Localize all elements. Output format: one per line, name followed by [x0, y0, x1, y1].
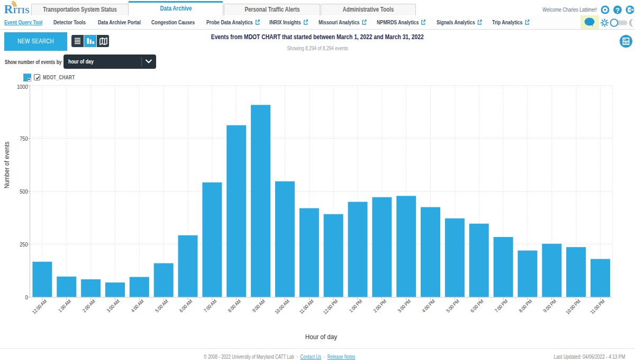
svg-text:Number of events: Number of events: [3, 142, 11, 189]
svg-text:7:00 PM: 7:00 PM: [494, 298, 509, 314]
svg-text:8:00 PM: 8:00 PM: [518, 298, 533, 314]
svg-text:3:00 AM: 3:00 AM: [105, 298, 121, 314]
svg-text:7:00 AM: 7:00 AM: [203, 298, 218, 314]
svg-text:10:00 AM: 10:00 AM: [274, 298, 291, 315]
svg-text:3:00 PM: 3:00 PM: [396, 298, 412, 314]
svg-text:5:00 PM: 5:00 PM: [445, 298, 460, 314]
svg-text:1000: 1000: [17, 84, 28, 90]
svg-text:11:00 AM: 11:00 AM: [298, 298, 315, 315]
svg-text:11:00 PM: 11:00 PM: [589, 298, 606, 315]
svg-text:12:00 AM: 12:00 AM: [31, 298, 48, 315]
svg-text:1:00 AM: 1:00 AM: [57, 298, 72, 314]
svg-text:9:00 PM: 9:00 PM: [542, 298, 557, 314]
svg-text:10:00 PM: 10:00 PM: [565, 298, 582, 315]
svg-text:6:00 PM: 6:00 PM: [469, 298, 485, 314]
svg-text:2:00 PM: 2:00 PM: [372, 298, 387, 314]
svg-text:Hour of day: Hour of day: [305, 333, 338, 341]
svg-text:750: 750: [20, 135, 28, 142]
svg-text:500: 500: [20, 188, 28, 195]
svg-text:9:00 AM: 9:00 AM: [251, 298, 267, 314]
svg-text:1:00 PM: 1:00 PM: [348, 298, 364, 314]
svg-text:6:00 AM: 6:00 AM: [178, 298, 194, 314]
svg-text:8:00 AM: 8:00 AM: [227, 298, 242, 314]
svg-text:12:00 PM: 12:00 PM: [322, 298, 339, 315]
svg-text:250: 250: [20, 241, 28, 248]
svg-text:5:00 AM: 5:00 AM: [154, 298, 169, 314]
svg-text:0: 0: [25, 294, 28, 301]
svg-text:2:00 AM: 2:00 AM: [81, 298, 97, 314]
svg-text:4:00 AM: 4:00 AM: [130, 298, 145, 314]
svg-text:4:00 PM: 4:00 PM: [421, 298, 436, 314]
